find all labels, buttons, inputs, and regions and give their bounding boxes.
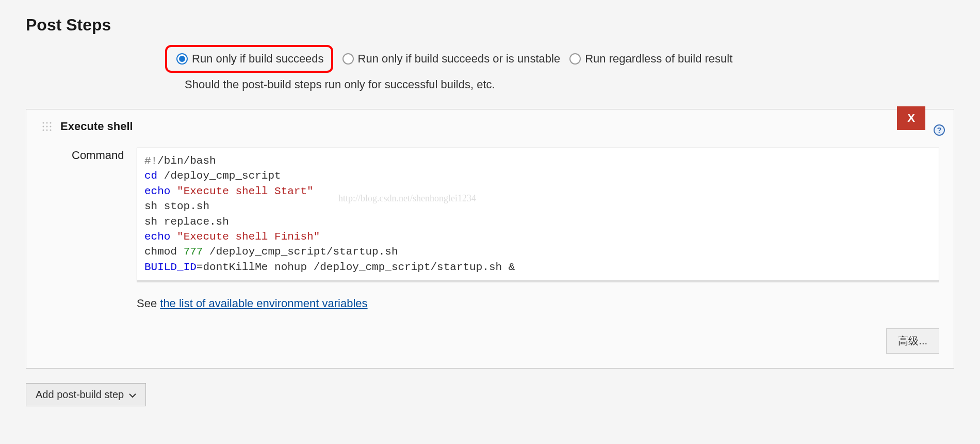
- svg-point-2: [43, 122, 44, 124]
- step-title: Execute shell: [60, 120, 133, 133]
- radio-icon: [176, 53, 188, 65]
- radio-label: Run only if build succeeds: [192, 52, 324, 66]
- env-vars-link[interactable]: the list of available environment variab…: [160, 297, 367, 310]
- add-post-build-step-button[interactable]: Add post-build step: [26, 383, 146, 406]
- svg-point-3: [46, 122, 48, 124]
- radio-label: Run regardless of build result: [585, 52, 732, 66]
- watermark-text: http://blog.csdn.net/shenhonglei1234: [338, 192, 476, 205]
- svg-point-9: [46, 130, 48, 131]
- svg-point-6: [46, 126, 48, 128]
- add-step-label: Add post-build step: [36, 389, 124, 401]
- radio-run-if-succeeds[interactable]: Run only if build succeeds: [176, 52, 324, 66]
- svg-point-7: [50, 126, 52, 128]
- radio-icon: [342, 53, 354, 65]
- drag-handle-icon[interactable]: [41, 120, 53, 133]
- section-title: Post Steps: [26, 0, 954, 45]
- svg-text:?: ?: [937, 125, 941, 134]
- svg-point-8: [43, 130, 44, 131]
- command-textarea[interactable]: http://blog.csdn.net/shenhonglei1234#!/b…: [137, 148, 939, 282]
- svg-point-4: [50, 122, 52, 124]
- help-icon[interactable]: ?: [933, 124, 945, 136]
- radio-run-regardless[interactable]: Run regardless of build result: [569, 52, 732, 66]
- radio-run-if-succeeds-or-unstable[interactable]: Run only if build succeeds or is unstabl…: [342, 52, 561, 66]
- post-steps-run-condition: Run only if build succeeds Run only if b…: [26, 45, 954, 93]
- execute-shell-step: X ? Execute shell Command http://blog.cs…: [26, 109, 954, 369]
- svg-point-5: [43, 126, 44, 128]
- command-label: Command: [72, 148, 128, 162]
- advanced-button[interactable]: 高级...: [886, 328, 939, 354]
- radio-description: Should the post-build steps run only for…: [165, 78, 954, 91]
- chevron-down-icon: [129, 389, 136, 401]
- delete-step-button[interactable]: X: [897, 106, 925, 130]
- radio-label: Run only if build succeeds or is unstabl…: [358, 52, 561, 66]
- annotation-highlight: Run only if build succeeds: [165, 45, 333, 73]
- radio-icon: [569, 53, 581, 65]
- env-vars-help: See the list of available environment va…: [41, 297, 939, 310]
- svg-point-10: [50, 130, 52, 131]
